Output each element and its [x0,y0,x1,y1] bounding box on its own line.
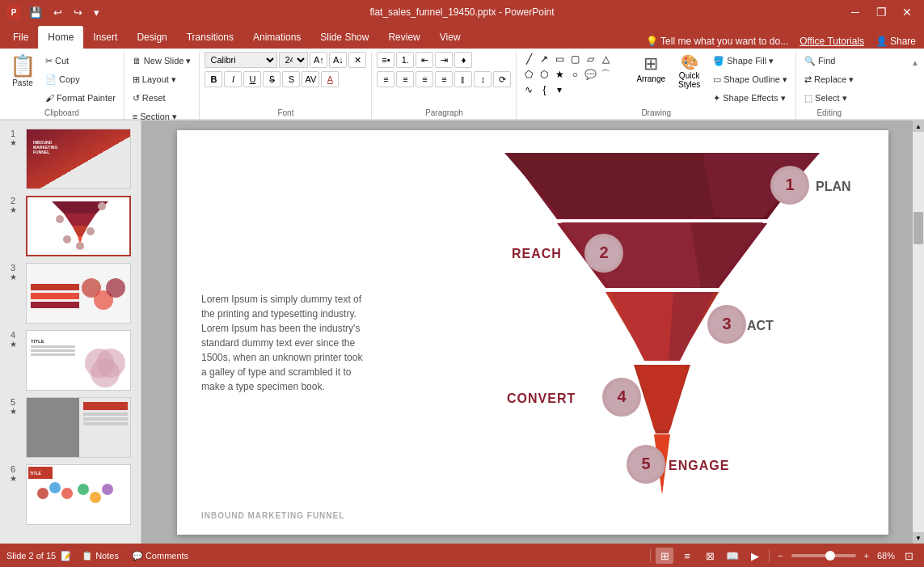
numbering-button[interactable]: 1. [396,52,414,68]
right-scrollbar[interactable]: ▲ ▼ [913,121,924,544]
tab-slideshow[interactable]: Slide Show [310,26,378,49]
shape-effects-button[interactable]: ✦ Shape Effects ▾ [710,89,791,107]
italic-button[interactable]: I [224,71,242,87]
underline-button[interactable]: U [243,71,261,87]
replace-button[interactable]: ⇄ Replace ▾ [801,70,857,88]
shape-outline-button[interactable]: ▭ Shape Outline ▾ [710,70,791,88]
comments-button[interactable]: 💬 Comments [129,549,192,563]
restore-button[interactable]: ❐ [871,4,892,20]
slide-thumb-5[interactable]: 5 ★ [3,396,137,459]
funnel-subtitle[interactable]: INBOUND MARKETING FUNNEL [201,511,344,520]
minimize-button[interactable]: ─ [845,4,866,20]
tab-design[interactable]: Design [127,26,176,49]
clear-format-button[interactable]: ✕ [348,52,366,68]
layout-button[interactable]: ⊞ Layout ▾ [129,70,195,88]
find-button[interactable]: 🔍 Find [801,52,857,70]
new-slide-button[interactable]: 🗎 New Slide ▾ [129,52,195,70]
reset-button[interactable]: ↺ Reset [129,89,195,107]
normal-view-button[interactable]: ⊞ [656,548,673,564]
close-button[interactable]: ✕ [897,4,918,20]
smart-art-button[interactable]: ♦ [454,52,472,68]
shape-brace[interactable]: { [537,83,551,97]
shape-star[interactable]: ★ [552,67,567,82]
format-painter-button[interactable]: 🖌 Format Painter [42,89,119,107]
increase-font-button[interactable]: A↑ [310,52,327,68]
tab-transitions[interactable]: Transitions [177,26,243,49]
quick-styles-button[interactable]: 🎨 QuickStyles [673,52,705,91]
tab-view[interactable]: View [430,26,470,49]
paste-button[interactable]: 📋 Paste [5,52,40,89]
shape-pentagon[interactable]: ⬠ [521,67,536,82]
tab-file[interactable]: File [3,26,38,49]
slide-thumb-2[interactable]: 2 ★ [3,194,137,258]
align-right-button[interactable]: ≡ [416,71,433,87]
decrease-indent-button[interactable]: ⇤ [416,52,433,68]
shape-line[interactable]: ╱ [521,52,536,66]
canvas-area[interactable]: Lorem Ipsum is simply dummy text of the … [141,121,924,544]
scroll-down-button[interactable]: ▼ [913,532,924,544]
shape-arc[interactable]: ⌒ [598,67,613,82]
text-direction-button[interactable]: ⟳ [493,71,511,87]
zoom-thumb[interactable] [825,551,835,561]
font-color-button[interactable]: A [321,71,339,87]
tab-insert[interactable]: Insert [83,26,127,49]
customize-qat-button[interactable]: ▾ [91,5,103,20]
outline-view-button[interactable]: ≡ [678,548,696,564]
shape-hexagon[interactable]: ⬡ [537,67,551,82]
bullets-button[interactable]: ≡• [377,52,394,68]
shadow-button[interactable]: S [282,71,300,87]
share-button[interactable]: 👤 Share [871,34,921,49]
justify-button[interactable]: ≡ [435,71,453,87]
zoom-in-button[interactable]: + [861,549,872,562]
shape-parallelogram[interactable]: ▱ [583,52,597,66]
shape-circle[interactable]: ○ [567,67,582,82]
copy-button[interactable]: 📄 Copy [42,70,119,88]
collapse-ribbon-button[interactable]: ▲ [909,57,921,68]
zoom-slider[interactable] [791,554,856,557]
slideshow-button[interactable]: ▶ [746,548,764,564]
shape-curve[interactable]: ∿ [521,83,536,97]
reading-view-button[interactable]: 📖 [724,548,741,564]
slide-thumb-3[interactable]: 3 ★ [3,261,137,325]
shape-fill-button[interactable]: 🪣 Shape Fill ▾ [710,52,791,70]
shape-rounded-rect[interactable]: ▢ [567,52,582,66]
shape-triangle[interactable]: △ [598,52,613,66]
scroll-up-button[interactable]: ▲ [913,121,924,132]
fit-slide-button[interactable]: ⊡ [900,548,918,564]
tab-animations[interactable]: Animations [243,26,310,49]
columns-button[interactable]: ⫿ [454,71,472,87]
arrange-button[interactable]: ⊞ Arrange [631,52,670,85]
zoom-out-button[interactable]: − [774,549,786,562]
tell-me-button[interactable]: 💡 Tell me what you want to do... [641,34,793,49]
align-center-button[interactable]: ≡ [396,71,414,87]
shape-more[interactable]: ▾ [552,83,567,97]
line-spacing-button[interactable]: ↕ [474,71,492,87]
char-spacing-button[interactable]: AV [302,71,319,87]
slide-canvas[interactable]: Lorem Ipsum is simply dummy text of the … [177,130,888,535]
slide-thumb-6[interactable]: 6 ★ TITLE [3,463,137,527]
slide-thumb-4[interactable]: 4 ★ TITLE [3,328,137,392]
save-button[interactable]: 💾 [26,5,45,20]
lorem-text[interactable]: Lorem Ipsum is simply dummy text of the … [201,292,363,394]
select-button[interactable]: ⬚ Select ▾ [801,89,857,107]
scroll-thumb[interactable] [913,212,923,244]
shape-arrow[interactable]: ↗ [537,52,551,66]
font-name-select[interactable]: Calibri [205,52,277,68]
increase-indent-button[interactable]: ⇥ [435,52,453,68]
bold-button[interactable]: B [205,71,222,87]
cut-button[interactable]: ✂ Cut [42,52,119,70]
tab-review[interactable]: Review [378,26,429,49]
decrease-font-button[interactable]: A↓ [329,52,347,68]
notes-button[interactable]: 📋 Notes [78,549,122,563]
strikethrough-button[interactable]: S̶ [263,71,281,87]
align-left-button[interactable]: ≡ [377,71,394,87]
slide-panel[interactable]: 1 ★ INBOUND MARKETING [0,121,141,544]
slide-sorter-button[interactable]: ⊠ [701,548,719,564]
redo-button[interactable]: ↪ [70,5,86,20]
shape-callout[interactable]: 💬 [583,67,597,82]
undo-button[interactable]: ↩ [50,5,65,20]
font-size-select[interactable]: 24 [279,52,308,68]
tab-home[interactable]: Home [38,26,83,49]
slide-thumb-1[interactable]: 1 ★ INBOUND MARKETING [3,127,137,191]
shape-rect[interactable]: ▭ [552,52,567,66]
